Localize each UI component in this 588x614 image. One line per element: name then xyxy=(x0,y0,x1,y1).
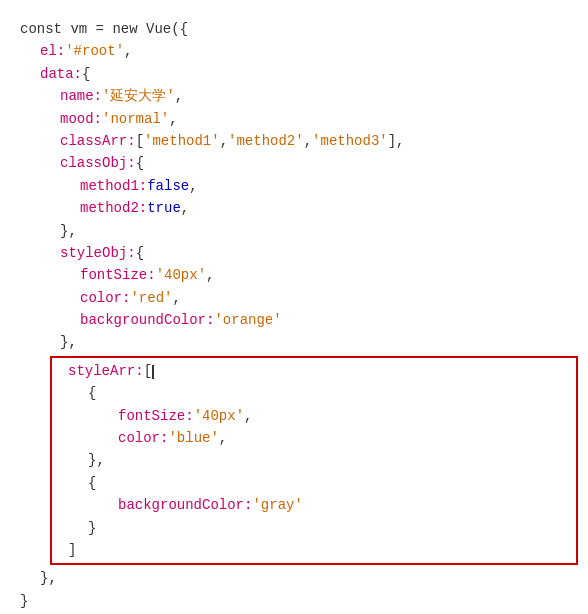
code-lines: const vm = new Vue({ el:'#root', data:{ … xyxy=(0,10,588,614)
code-line: method2:true, xyxy=(0,197,588,219)
code-line: color:'red', xyxy=(0,287,588,309)
code-line: const vm = new Vue({ xyxy=(0,18,588,40)
code-line: mood:'normal', xyxy=(0,108,588,130)
code-line-styleArr: styleArr:[ xyxy=(58,360,570,382)
code-line: { xyxy=(58,472,570,494)
code-line: styleObj:{ xyxy=(0,242,588,264)
highlighted-section: styleArr:[ { fontSize:'40px', color:'blu… xyxy=(50,356,578,566)
code-line: }, xyxy=(0,567,588,589)
code-line: { xyxy=(58,382,570,404)
code-line: }, xyxy=(0,220,588,242)
code-line: color:'blue', xyxy=(58,427,570,449)
text-cursor xyxy=(152,365,154,379)
code-line: }, xyxy=(0,331,588,353)
code-editor: const vm = new Vue({ el:'#root', data:{ … xyxy=(0,0,588,614)
code-line: }, xyxy=(58,449,570,471)
code-line: data:{ xyxy=(0,63,588,85)
code-line: method1:false, xyxy=(0,175,588,197)
code-line: backgroundColor:'orange' xyxy=(0,309,588,331)
code-line: classArr:['method1','method2','method3']… xyxy=(0,130,588,152)
code-line: backgroundColor:'gray' xyxy=(58,494,570,516)
code-line: } xyxy=(0,590,588,612)
code-line: fontSize:'40px', xyxy=(58,405,570,427)
code-line: name:'延安大学', xyxy=(0,85,588,107)
code-line: fontSize:'40px', xyxy=(0,264,588,286)
code-line: ] xyxy=(58,539,570,561)
code-line: classObj:{ xyxy=(0,152,588,174)
code-line: el:'#root', xyxy=(0,40,588,62)
code-line: } xyxy=(58,517,570,539)
